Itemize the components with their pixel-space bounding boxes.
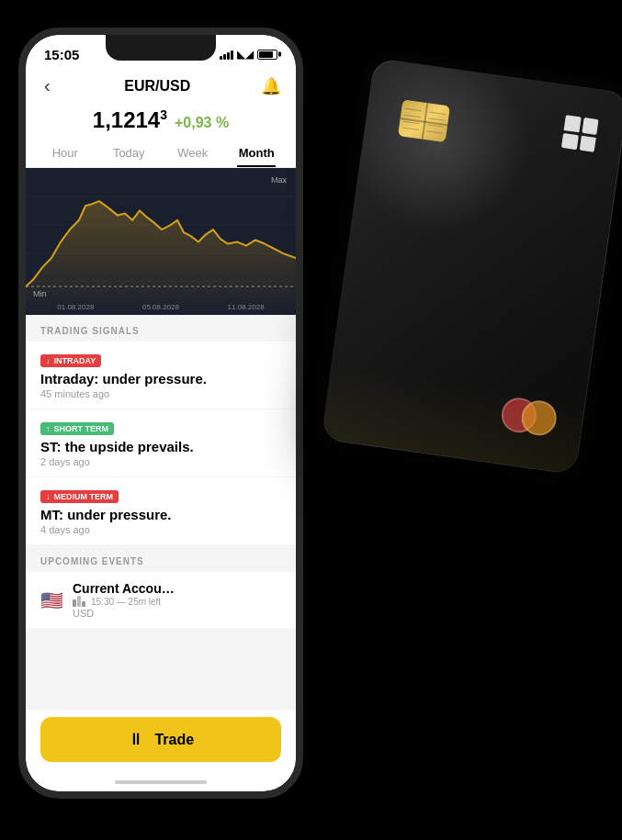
tab-month[interactable]: Month bbox=[225, 139, 289, 167]
header-title: EUR/USD bbox=[124, 78, 190, 95]
signal-time-medium-term: 4 days ago bbox=[40, 524, 281, 535]
card-chip bbox=[398, 99, 450, 142]
us-flag-icon: 🇺🇸 bbox=[40, 589, 63, 611]
chip-right-lines bbox=[422, 103, 450, 142]
price-row: 1,12143 +0,93 % bbox=[26, 104, 296, 139]
signal-title-short-term: ST: the upside prevails. bbox=[40, 439, 281, 454]
chart-max-label: Max bbox=[271, 175, 287, 185]
event-name: Current Accou… bbox=[73, 581, 281, 596]
trade-button[interactable]: ⏸ Trade bbox=[40, 717, 281, 762]
trade-chart-icon: ⏸ bbox=[128, 730, 148, 749]
chart-svg bbox=[26, 168, 296, 315]
card-shine bbox=[334, 58, 542, 245]
card-inner bbox=[322, 59, 622, 475]
event-card-current-account: 🇺🇸 Current Accou… 15:30 — 25m left USD bbox=[26, 572, 296, 628]
tab-week[interactable]: Week bbox=[161, 139, 225, 167]
price-chart: Max Min bbox=[26, 168, 296, 315]
trading-signals-title: TRADING SIGNALS bbox=[26, 315, 296, 342]
price-value: 1,12143 bbox=[93, 107, 167, 133]
battery-icon bbox=[257, 50, 277, 60]
event-info: Current Accou… 15:30 — 25m left USD bbox=[73, 581, 281, 619]
signal-badge-intraday: ↓ INTRADAY bbox=[40, 354, 101, 367]
signal-badge-medium-term: ↓ MEDIUM TERM bbox=[40, 490, 119, 503]
tab-today[interactable]: Today bbox=[97, 139, 162, 167]
chip-lines bbox=[398, 99, 450, 142]
chart-tabs: Hour Today Week Month bbox=[26, 139, 296, 168]
event-mini-bars bbox=[73, 596, 85, 607]
home-indicator bbox=[26, 773, 296, 791]
phone-screen: 15:05 ◣◢ ‹ EUR/USD 🔔 bbox=[26, 35, 296, 791]
phone-frame: 15:05 ◣◢ ‹ EUR/USD 🔔 bbox=[18, 28, 303, 799]
credit-card bbox=[321, 58, 622, 476]
phone-notch bbox=[106, 35, 216, 61]
bell-icon[interactable]: 🔔 bbox=[261, 76, 281, 96]
event-time-text: 15:30 — 25m left bbox=[91, 597, 161, 607]
signal-title-medium-term: MT: under pressure. bbox=[40, 507, 281, 522]
signal-card-intraday: ↓ INTRADAY Intraday: under pressure. 45 … bbox=[26, 342, 296, 409]
event-currency: USD bbox=[73, 608, 281, 619]
signal-bars-icon bbox=[220, 49, 233, 60]
signal-time-short-term: 2 days ago bbox=[40, 456, 281, 467]
event-time-bar: 15:30 — 25m left bbox=[73, 596, 281, 607]
home-bar bbox=[115, 780, 207, 784]
price-change: +0,93 % bbox=[175, 115, 229, 131]
signal-badge-short-term: ↑ SHORT TERM bbox=[40, 422, 114, 435]
app-header: ‹ EUR/USD 🔔 bbox=[26, 68, 296, 104]
card-bottom-glow bbox=[322, 365, 584, 474]
chart-dates: 01.08.2028 05.08.2028 11.08.2028 bbox=[26, 303, 296, 311]
phone-wrapper: 15:05 ◣◢ ‹ EUR/USD 🔔 bbox=[18, 28, 303, 799]
wifi-icon: ◣◢ bbox=[237, 48, 254, 61]
trade-bar: ⏸ Trade bbox=[26, 709, 296, 773]
signal-time-intraday: 45 minutes ago bbox=[40, 388, 281, 399]
signal-title-intraday: Intraday: under pressure. bbox=[40, 371, 281, 386]
card-logo-blocks bbox=[561, 115, 599, 152]
status-time: 15:05 bbox=[44, 47, 79, 62]
back-button[interactable]: ‹ bbox=[40, 72, 54, 100]
upcoming-events-title: UPCOMING EVENTS bbox=[26, 545, 296, 572]
chart-min-label: Min bbox=[33, 289, 47, 298]
card-logo bbox=[561, 115, 599, 152]
signal-card-medium-term: ↓ MEDIUM TERM MT: under pressure. 4 days… bbox=[26, 477, 296, 544]
signal-card-short-term: ↑ SHORT TERM ST: the upside prevails. 2 … bbox=[26, 409, 296, 476]
main-content: TRADING SIGNALS ↓ INTRADAY Intraday: und… bbox=[26, 315, 296, 709]
trade-button-label: Trade bbox=[154, 732, 194, 748]
status-icons: ◣◢ bbox=[220, 48, 277, 61]
tab-hour[interactable]: Hour bbox=[33, 139, 97, 167]
